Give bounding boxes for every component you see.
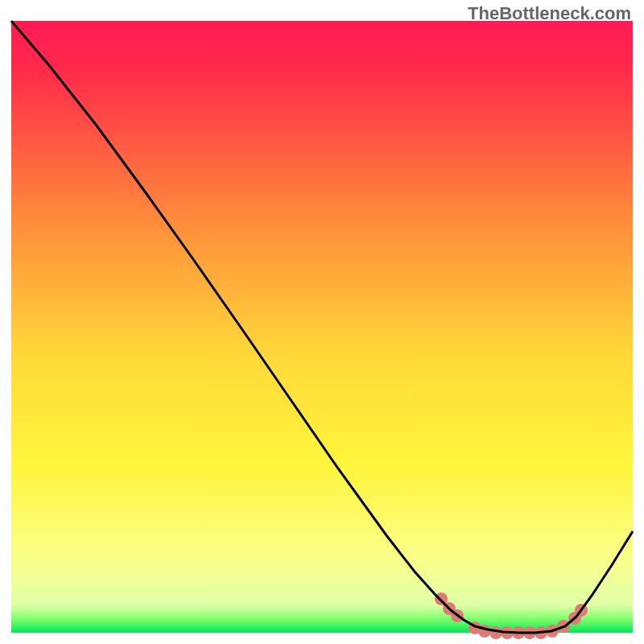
plot-background: [11, 21, 633, 633]
chart-svg: [0, 0, 644, 644]
watermark-text: TheBottleneck.com: [468, 3, 631, 24]
data-marker: [489, 626, 502, 639]
